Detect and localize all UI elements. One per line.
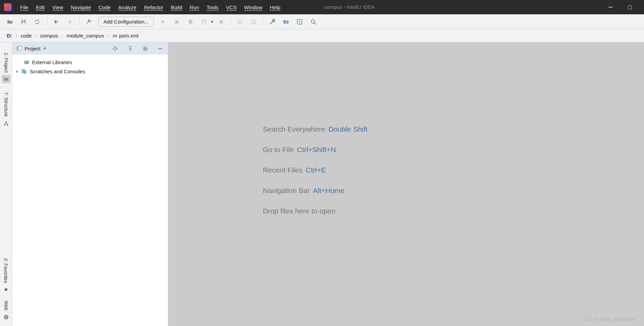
breadcrumb-module-compus[interactable]: module_compus xyxy=(67,33,104,39)
locate-file-button[interactable] xyxy=(112,45,118,51)
run-with-coverage-button[interactable] xyxy=(185,17,196,27)
hide-minus-icon xyxy=(157,46,163,51)
open-button[interactable] xyxy=(5,17,15,27)
locate-target-icon xyxy=(112,46,118,51)
left-tool-stripe: 1: Project 7: Structure 2: Favorites ★ W… xyxy=(0,42,12,326)
collapse-all-icon xyxy=(127,46,133,51)
breadcrumb-pom-file[interactable]: m pom.xml xyxy=(113,33,139,39)
open-folder-icon xyxy=(7,19,13,25)
menu-code[interactable]: Code xyxy=(95,0,114,14)
toolbar-separator xyxy=(47,18,47,26)
forward-button[interactable] xyxy=(65,17,75,27)
stop-square-icon xyxy=(218,19,224,25)
menu-help[interactable]: Help xyxy=(266,0,284,14)
project-view-selector[interactable]: Project ▼ xyxy=(16,46,47,51)
breadcrumb-code[interactable]: code xyxy=(21,33,32,39)
intellij-logo-icon xyxy=(4,3,12,11)
hint-shortcut: Double Shift xyxy=(328,125,367,133)
tree-item-external-libraries[interactable]: External Libraries xyxy=(12,58,168,67)
breadcrumb-separator-icon: › xyxy=(61,33,63,39)
project-tree: External Libraries Scratches and Console… xyxy=(12,55,168,76)
menu-file[interactable]: File xyxy=(16,0,32,14)
stripe-project-button[interactable]: 1: Project xyxy=(2,53,11,83)
run-configuration-select[interactable]: Add Configuration... xyxy=(98,17,154,27)
menu-tools[interactable]: Tools xyxy=(203,0,222,14)
hint-go-to-file: Go to File Ctrl+Shift+N xyxy=(263,139,368,160)
update-application-icon xyxy=(237,19,243,25)
breadcrumb-compus[interactable]: compus xyxy=(40,33,58,39)
project-panel-actions xyxy=(112,45,163,51)
profile-button[interactable] xyxy=(199,17,209,27)
project-tool-window: Project ▼ External L xyxy=(12,42,168,326)
expand-chevron-icon[interactable] xyxy=(16,70,18,73)
breadcrumb-separator-icon: › xyxy=(16,33,17,39)
hammer-icon xyxy=(85,19,91,25)
bug-icon xyxy=(174,19,180,25)
stripe-structure-button[interactable]: 7: Structure xyxy=(2,92,11,127)
menu-navigate[interactable]: Navigate xyxy=(67,0,95,14)
hint-shortcut: Ctrl+Shift+N xyxy=(297,146,336,154)
save-all-button[interactable] xyxy=(18,17,29,27)
hint-label: Go to File xyxy=(263,146,294,154)
structure-icon xyxy=(2,119,11,128)
maven-icon: m xyxy=(113,33,117,39)
editor-area: Search Everywhere Double Shift Go to Fil… xyxy=(168,42,644,326)
title-bar: File Edit View Navigate Code Analyze Ref… xyxy=(0,0,644,14)
stripe-web-button[interactable]: Web xyxy=(2,301,11,321)
menu-analyze[interactable]: Analyze xyxy=(114,0,140,14)
menu-edit[interactable]: Edit xyxy=(32,0,48,14)
menu-refactor[interactable]: Refactor xyxy=(140,0,167,14)
stripe-project-label: 1: Project xyxy=(3,53,9,73)
breadcrumb-drive[interactable]: D: xyxy=(7,33,12,39)
hint-shortcut: Ctrl+E xyxy=(306,166,326,174)
navigation-bar: D: › code › compus › module_compus › m p… xyxy=(0,29,644,42)
hint-recent-files: Recent Files Ctrl+E xyxy=(263,160,368,180)
maximize-button[interactable] xyxy=(620,0,639,14)
run-button[interactable] xyxy=(158,17,168,27)
menu-view[interactable]: View xyxy=(48,0,67,14)
csdn-watermark: CSDN @qq_46080156 xyxy=(583,316,636,322)
build-project-button[interactable] xyxy=(83,17,94,27)
breadcrumb-separator-icon: › xyxy=(108,33,109,39)
project-panel-header: Project ▼ xyxy=(12,42,168,55)
toolbar-separator xyxy=(231,18,231,26)
search-icon xyxy=(310,19,316,25)
menu-run[interactable]: Run xyxy=(186,0,203,14)
synchronize-button[interactable] xyxy=(32,17,42,27)
profiler-icon xyxy=(201,19,207,25)
toolbar-separator xyxy=(80,18,80,26)
back-button[interactable] xyxy=(51,17,61,27)
menu-vcs[interactable]: VCS xyxy=(222,0,240,14)
update-classes-button[interactable] xyxy=(248,17,259,27)
main-toolbar: Add Configuration... ▾ xyxy=(0,14,644,29)
main-area: 1: Project 7: Structure 2: Favorites ★ W… xyxy=(0,42,644,326)
tree-item-scratches[interactable]: Scratches and Consoles xyxy=(12,67,168,76)
debug-button[interactable] xyxy=(172,17,182,27)
hint-label: Drop files here to open xyxy=(263,207,335,215)
hint-search-everywhere: Search Everywhere Double Shift xyxy=(263,119,368,139)
update-application-button[interactable] xyxy=(235,17,245,27)
hint-label: Navigation Bar xyxy=(263,187,310,195)
stripe-structure-label: 7: Structure xyxy=(3,92,9,117)
menu-build[interactable]: Build xyxy=(167,0,186,14)
settings-wrench-button[interactable] xyxy=(267,17,277,27)
collapse-all-button[interactable] xyxy=(127,45,133,51)
hint-navigation-bar: Navigation Bar Alt+Home xyxy=(263,180,368,201)
hint-label: Search Everywhere xyxy=(263,125,325,133)
hint-drop-files: Drop files here to open xyxy=(263,201,368,221)
window-title: compus - IntelliJ IDEA xyxy=(324,0,375,14)
minimize-button[interactable] xyxy=(601,0,620,14)
project-folder-icon xyxy=(2,75,11,83)
panel-settings-button[interactable] xyxy=(142,45,148,51)
stripe-favorites-button[interactable]: 2: Favorites ★ xyxy=(2,258,10,293)
search-everywhere-button[interactable] xyxy=(308,17,318,27)
project-structure-button[interactable] xyxy=(281,17,291,27)
run-window-button[interactable] xyxy=(295,17,305,27)
menu-window[interactable]: Window xyxy=(240,0,266,14)
hide-panel-button[interactable] xyxy=(157,45,163,51)
window-controls xyxy=(601,0,639,14)
stop-button[interactable] xyxy=(216,17,226,27)
hint-shortcut: Alt+Home xyxy=(313,187,345,195)
star-icon: ★ xyxy=(2,285,10,293)
run-dropdown-chevron-icon[interactable]: ▾ xyxy=(211,19,213,24)
